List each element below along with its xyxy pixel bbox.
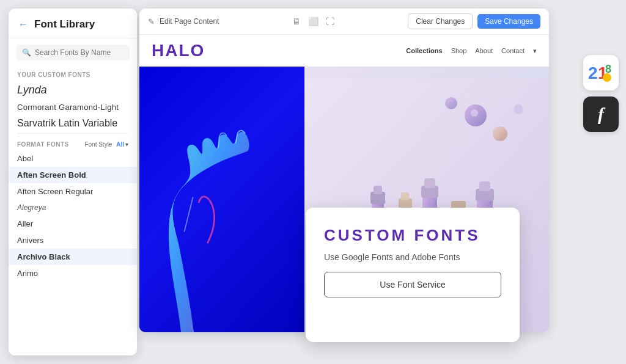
google-218-icon: 2 1 8 bbox=[587, 62, 615, 84]
toolbar-left: ✎ Edit Page Content bbox=[148, 17, 219, 26]
fontsmith-icon: f bbox=[598, 104, 604, 125]
svg-point-23 bbox=[514, 104, 523, 114]
svg-rect-4 bbox=[374, 186, 382, 194]
format-fonts-header: FORMAT FONTS Font Style All ▾ bbox=[9, 135, 137, 150]
search-box: 🔍 bbox=[16, 45, 130, 60]
nav-contact[interactable]: Contact bbox=[501, 47, 525, 54]
svg-rect-8 bbox=[401, 192, 409, 200]
font-item-archivo[interactable]: Archivo Black bbox=[9, 249, 137, 265]
brand-logo: HALO bbox=[152, 41, 205, 60]
nav-links: Collections Shop About Contact ▾ bbox=[406, 47, 537, 55]
svg-point-21 bbox=[471, 109, 478, 117]
svg-point-22 bbox=[493, 126, 507, 141]
custom-fonts-section-label: YOUR CUSTOM FONTS bbox=[9, 67, 137, 81]
custom-font-cormorant[interactable]: Cormorant Garamond-Light bbox=[9, 100, 137, 115]
svg-point-28 bbox=[603, 73, 611, 82]
nav-dropdown-icon[interactable]: ▾ bbox=[533, 47, 537, 55]
editor-toolbar: ✎ Edit Page Content 🖥 ⬜ ⛶ Clear Changes … bbox=[139, 9, 549, 35]
save-changes-button[interactable]: Save Changes bbox=[477, 14, 540, 29]
custom-fonts-title: CUSTOM FONTS bbox=[324, 226, 501, 245]
font-item-aften-regular[interactable]: Aften Screen Regular bbox=[9, 183, 137, 200]
font-item-abel[interactable]: Abel bbox=[9, 150, 137, 167]
toolbar-right: Clear Changes Save Changes bbox=[408, 13, 540, 29]
font-item-anivers[interactable]: Anivers bbox=[9, 232, 137, 249]
font-style-filter[interactable]: Font Style All ▾ bbox=[84, 141, 128, 148]
hand-svg bbox=[145, 128, 298, 332]
font-item-arimo[interactable]: Arimo bbox=[9, 265, 137, 282]
custom-font-lynda[interactable]: Lynda bbox=[9, 81, 137, 100]
hero-image-left bbox=[139, 67, 304, 332]
nav-collections[interactable]: Collections bbox=[406, 47, 442, 54]
back-button[interactable]: ← bbox=[18, 19, 28, 30]
format-fonts-label: FORMAT FONTS bbox=[17, 141, 69, 148]
svg-rect-12 bbox=[424, 178, 435, 188]
website-nav: HALO Collections Shop About Contact ▾ bbox=[139, 35, 549, 67]
fontsmith-badge[interactable]: f bbox=[583, 96, 619, 132]
search-icon: 🔍 bbox=[22, 48, 31, 57]
font-list: Abel Aften Screen Bold Aften Screen Regu… bbox=[9, 150, 137, 355]
nav-shop[interactable]: Shop bbox=[451, 47, 467, 54]
toolbar-title: Edit Page Content bbox=[160, 17, 219, 26]
custom-fonts-card: CUSTOM FONTS Use Google Fonts and Adobe … bbox=[306, 208, 520, 342]
desktop-icon[interactable]: 🖥 bbox=[292, 16, 301, 26]
font-item-aften-bold[interactable]: Aften Screen Bold bbox=[9, 167, 137, 183]
google-badge[interactable]: 2 1 8 bbox=[583, 55, 619, 90]
panel-title: Font Library bbox=[34, 18, 95, 31]
svg-text:2: 2 bbox=[588, 64, 598, 82]
font-item-alegreya[interactable]: Alegreya bbox=[9, 200, 137, 216]
nav-about[interactable]: About bbox=[475, 47, 493, 54]
svg-text:8: 8 bbox=[605, 63, 611, 75]
font-item-aller[interactable]: Aller bbox=[9, 216, 137, 232]
custom-fonts-subtitle: Use Google Fonts and Adobe Fonts bbox=[324, 252, 501, 262]
search-input[interactable] bbox=[35, 48, 123, 57]
toolbar-center: 🖥 ⬜ ⛶ bbox=[292, 16, 334, 26]
clear-changes-button[interactable]: Clear Changes bbox=[408, 13, 473, 29]
svg-point-24 bbox=[445, 97, 457, 109]
use-font-service-button[interactable]: Use Font Service bbox=[324, 272, 501, 297]
font-library-panel: ← Font Library 🔍 YOUR CUSTOM FONTS Lynda… bbox=[9, 9, 137, 355]
divider bbox=[17, 133, 128, 134]
expand-icon[interactable]: ⛶ bbox=[326, 16, 334, 26]
svg-rect-19 bbox=[479, 181, 490, 191]
panel-header: ← Font Library bbox=[9, 9, 137, 38]
tablet-icon[interactable]: ⬜ bbox=[308, 16, 319, 26]
custom-font-sarvatrik[interactable]: Sarvatrik Latin Variable bbox=[9, 115, 137, 132]
edit-icon: ✎ bbox=[148, 17, 155, 26]
